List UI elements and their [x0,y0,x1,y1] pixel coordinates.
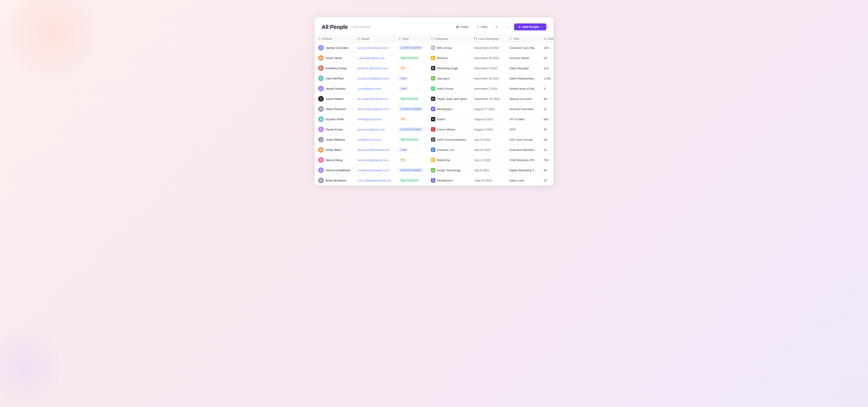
email-link[interactable]: o.jamal@outlook.com [358,57,385,60]
avatar: E [318,147,324,153]
filter-label: Filter [481,25,488,29]
filter-button[interactable]: Filter [473,24,491,30]
email-link[interactable]: nance.wong@gmail.com [358,158,389,162]
col-company[interactable]: Company [427,35,471,43]
col-interaction[interactable]: Interaction [540,35,553,43]
person-name: Jacklyn Gonzalez [326,46,349,50]
email-link[interactable]: b.mc.adams@hotmail.com [358,179,391,182]
person-cell: EEmily Jillard [315,145,354,155]
col-last-contacted[interactable]: Last Contacted [471,35,506,43]
company-cell: HHouwzer LLC [427,145,471,155]
email-cell[interactable]: adam.peters@gmail.com [354,104,395,114]
table-row[interactable]: JJacklyn Gonzalezjac.gonzalez@gmail.comC… [315,43,553,53]
add-icon [518,25,521,28]
email-cell[interactable]: j.will@hotmail.com [354,134,395,145]
email-cell[interactable]: o.jamal@outlook.com [354,53,395,63]
person-name: Nancy Wong [326,158,342,162]
title-cell: CEO and Founder [506,134,540,145]
last-contacted-cell: June 22 2022 [471,176,506,186]
email-link[interactable]: j.sand@gmail.com [358,87,381,90]
avatar: K [318,116,324,122]
table-row[interactable]: PPenny Evanspen.evan@gmail.comCurrent Cu… [315,124,553,134]
person-name: Emily Jillard [326,148,341,152]
person-cell: OOmar Jamal [315,53,354,63]
table-row[interactable]: ZZach McPheezackary.mcp@gmail.comLeadAAg… [315,73,553,84]
email-cell[interactable]: zackary.mcp@gmail.com [354,73,395,84]
email-cell[interactable]: jac.gonzalez@gmail.com [354,43,395,53]
type-cell: Lead [395,145,427,155]
email-link[interactable]: zackary.mcp@gmail.com [358,77,389,80]
table-row[interactable]: NNancy Wongnance.wong@gmail.comVIPMMalic… [315,155,553,165]
avatar: A [318,106,324,112]
email-link[interactable]: smithk@gmail.com [358,118,381,121]
avatar: N [318,157,324,163]
col-email[interactable]: Email [354,35,395,43]
col-person[interactable]: Person [315,35,354,43]
email-cell[interactable]: jillard.emily@hotmail.com [354,145,395,155]
last-contacted-cell: November 3 2022 [471,84,506,94]
email-link[interactable]: jillard.emily@hotmail.com [358,148,390,152]
person-cell: PPenny Evans [315,124,354,134]
email-cell[interactable]: nance.wong@gmail.com [354,155,395,165]
email-cell[interactable]: pen.evan@gmail.com [354,124,395,134]
company-name: Mills Group [437,46,452,50]
table-row[interactable]: KKimberly Chengkimberly.c@hotmail.comVIP… [315,63,553,73]
person-name: Brian McAdams [326,179,346,182]
add-people-button[interactable]: Add People [514,24,547,30]
title-cell: Customer Care Ma... [506,43,540,53]
company-cell: NNimblement [427,176,471,186]
type-badge: VIP [398,117,407,121]
person-cell: VVeronica Matthews [315,165,354,176]
last-contacted-cell: July 23 2022 [471,134,506,145]
company-cell: MMalichimp [427,155,471,165]
avatar: O [318,55,324,61]
table-row[interactable]: JJessie Sandersj.sand@gmail.comLeadKKieh… [315,84,553,94]
email-link[interactable]: vmatthews@outlook.com [358,169,389,172]
person-cell: ZZach McPhee [315,73,354,84]
type-cell: New Customer [395,176,427,186]
person-name: Adam Peterson [326,107,346,111]
email-link[interactable]: jac.gonzalez@gmail.com [358,46,389,50]
company-cell: WWorldspace [427,104,471,114]
svg-point-6 [399,38,401,40]
table-row[interactable]: KKrysten Smithsmithk@gmail.comVIPNNotion… [315,114,553,124]
table-row[interactable]: OOmar Jamalo.jamal@outlook.comNew Custom… [315,53,553,63]
company-logo: N [431,117,435,121]
table-row[interactable]: VVeronica Matthewsvmatthews@outlook.comC… [315,165,553,176]
email-cell[interactable]: kimberly.c@hotmail.com [354,63,395,73]
email-link[interactable]: jac.waters@hotmail.com [358,97,389,100]
svg-rect-8 [474,38,477,40]
fields-button[interactable]: Fields [453,24,471,30]
person-name: Omar Jamal [326,57,342,60]
table-row[interactable]: JJacob Watersjac.waters@hotmail.comNew C… [315,94,553,104]
more-options-button[interactable]: ··· [503,24,512,30]
person-cell: JJustin Williams [315,134,354,145]
col-type[interactable]: Type [395,35,427,43]
avatar: Z [318,75,324,81]
table-row[interactable]: JJustin Williamsj.will@hotmail.comNew Cu… [315,134,553,145]
email-cell[interactable]: jac.waters@hotmail.com [354,94,395,104]
table-row[interactable]: BBrian McAdamsb.mc.adams@hotmail.comNew … [315,176,553,186]
email-link[interactable]: kimberly.c@hotmail.com [358,67,388,70]
email-cell[interactable]: j.sand@gmail.com [354,84,395,94]
email-cell[interactable]: smithk@gmail.com [354,114,395,124]
table-row[interactable]: EEmily Jillardjillard.emily@hotmail.comL… [315,145,553,155]
type-badge: Current Customer [398,127,424,131]
avatar: J [318,96,324,102]
email-link[interactable]: pen.evan@gmail.com [358,128,385,131]
svg-point-3 [496,26,498,27]
company-cell: MMills Group [427,43,471,53]
company-logo: H [431,97,435,101]
search-button[interactable] [492,24,502,30]
person-name: Krysten Smith [326,118,344,121]
email-cell[interactable]: vmatthews@outlook.com [354,165,395,176]
person-col-icon [318,37,321,40]
title-cell: CEO [506,124,540,134]
email-link[interactable]: adam.peters@gmail.com [358,107,389,111]
type-col-icon [398,37,401,40]
col-title[interactable]: Title [506,35,540,43]
type-badge: Lead [398,148,409,152]
table-row[interactable]: AAdam Petersonadam.peters@gmail.comCurre… [315,104,553,114]
email-link[interactable]: j.will@hotmail.com [358,138,381,141]
email-cell[interactable]: b.mc.adams@hotmail.com [354,176,395,186]
